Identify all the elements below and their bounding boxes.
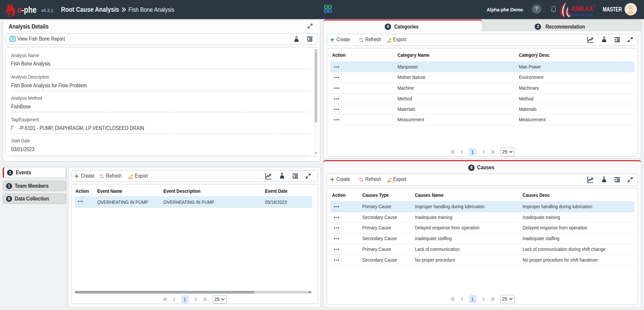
svg-text:α: α bbox=[6, 7, 13, 17]
